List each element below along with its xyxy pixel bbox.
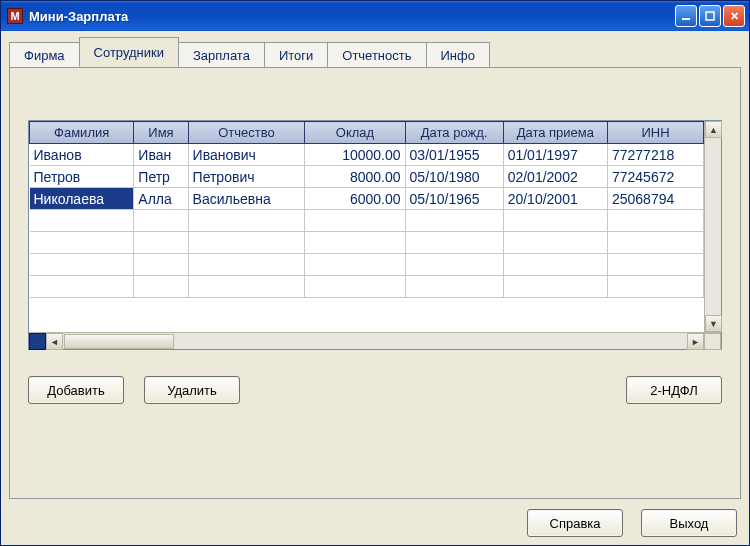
tabpanel-employees: Фамилия Имя Отчество Оклад Дата рожд. Да… [9,67,741,499]
tab-employees[interactable]: Сотрудники [79,37,179,67]
cell-inn[interactable]: 77277218 [607,144,703,166]
cell-patronymic[interactable]: Иванович [188,144,305,166]
cell-hire[interactable]: 20/10/2001 [503,188,607,210]
cell-salary[interactable]: 6000.00 [305,188,405,210]
cell-inn[interactable]: 25068794 [607,188,703,210]
cell-birth[interactable]: 05/10/1980 [405,166,503,188]
col-firstname[interactable]: Имя [134,122,188,144]
record-indicator-icon [29,333,46,350]
cell-hire[interactable]: 02/01/2002 [503,166,607,188]
cell-birth[interactable]: 05/10/1965 [405,188,503,210]
cell-lastname[interactable]: Николаева [30,188,134,210]
cell-lastname[interactable]: Петров [30,166,134,188]
cell-firstname[interactable]: Петр [134,166,188,188]
scroll-thumb[interactable] [64,334,174,349]
titlebar[interactable]: M Мини-Зарплата ✕ [1,1,749,31]
horizontal-scrollbar[interactable]: ◄ ► [29,332,721,349]
svg-rect-0 [682,18,690,20]
table-row[interactable] [30,232,704,254]
cell-lastname[interactable]: Иванов [30,144,134,166]
scroll-track[interactable] [705,138,721,315]
col-birth[interactable]: Дата рожд. [405,122,503,144]
window-title: Мини-Зарплата [29,9,675,24]
cell-patronymic[interactable]: Петрович [188,166,305,188]
exit-button[interactable]: Выход [641,509,737,537]
tab-firm[interactable]: Фирма [9,42,80,68]
table-row[interactable] [30,210,704,232]
employee-grid[interactable]: Фамилия Имя Отчество Оклад Дата рожд. Да… [28,120,722,350]
scroll-right-icon[interactable]: ► [687,333,704,350]
vertical-scrollbar[interactable]: ▲ ▼ [704,121,721,332]
tab-info[interactable]: Инфо [426,42,490,68]
scroll-down-icon[interactable]: ▼ [705,315,722,332]
cell-salary[interactable]: 8000.00 [305,166,405,188]
delete-button[interactable]: Удалить [144,376,240,404]
scroll-track[interactable] [175,333,687,349]
grid-header-row: Фамилия Имя Отчество Оклад Дата рожд. Да… [30,122,704,144]
cell-hire[interactable]: 01/01/1997 [503,144,607,166]
col-inn[interactable]: ИНН [607,122,703,144]
cell-salary[interactable]: 10000.00 [305,144,405,166]
tab-reports[interactable]: Отчетность [327,42,426,68]
cell-inn[interactable]: 77245672 [607,166,703,188]
cell-patronymic[interactable]: Васильевна [188,188,305,210]
cell-birth[interactable]: 03/01/1955 [405,144,503,166]
svg-rect-1 [706,12,714,20]
scroll-up-icon[interactable]: ▲ [705,121,722,138]
table-row[interactable]: Петров Петр Петрович 8000.00 05/10/1980 … [30,166,704,188]
tabstrip: Фирма Сотрудники Зарплата Итоги Отчетнос… [9,37,741,67]
cell-firstname[interactable]: Алла [134,188,188,210]
ndfl-button[interactable]: 2-НДФЛ [626,376,722,404]
add-button[interactable]: Добавить [28,376,124,404]
table-row[interactable] [30,276,704,298]
cell-firstname[interactable]: Иван [134,144,188,166]
maximize-button[interactable] [699,5,721,27]
help-button[interactable]: Справка [527,509,623,537]
app-window: M Мини-Зарплата ✕ Фирма Сотрудники Зарпл… [0,0,750,546]
tab-salary[interactable]: Зарплата [178,42,265,68]
scroll-corner [704,333,721,350]
close-button[interactable]: ✕ [723,5,745,27]
scroll-left-icon[interactable]: ◄ [46,333,63,350]
col-lastname[interactable]: Фамилия [30,122,134,144]
table-row[interactable]: Иванов Иван Иванович 10000.00 03/01/1955… [30,144,704,166]
table-row[interactable]: Николаева Алла Васильевна 6000.00 05/10/… [30,188,704,210]
col-hire[interactable]: Дата приема [503,122,607,144]
col-patronymic[interactable]: Отчество [188,122,305,144]
tab-totals[interactable]: Итоги [264,42,328,68]
table-row[interactable] [30,254,704,276]
col-salary[interactable]: Оклад [305,122,405,144]
minimize-button[interactable] [675,5,697,27]
app-icon: M [7,8,23,24]
